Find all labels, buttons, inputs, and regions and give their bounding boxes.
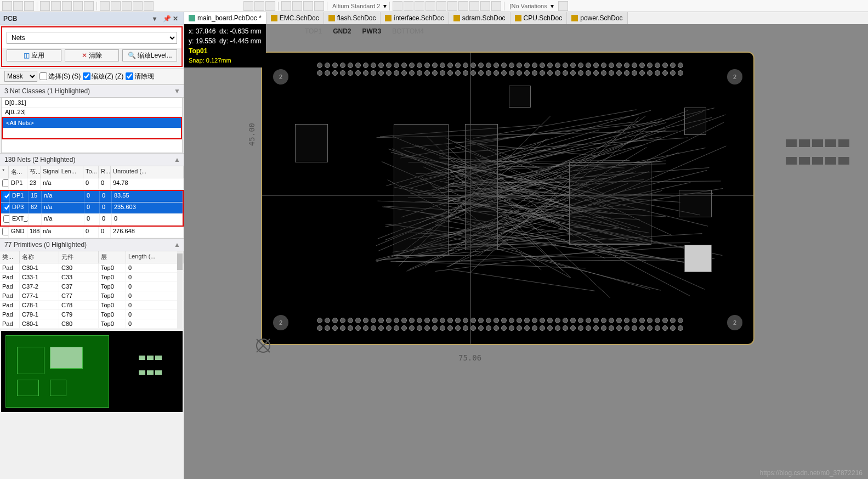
pcb-canvas[interactable]: x: 37.846 dx: -0.635 mm y: 19.558 dy: -4… bbox=[184, 24, 868, 479]
nets-table-header: * 名... 节... Signal Len... To... R... Unr… bbox=[0, 166, 184, 178]
tool-icon[interactable] bbox=[100, 1, 110, 11]
tool-icon[interactable] bbox=[292, 1, 302, 11]
zoom-checkbox[interactable]: 缩放(Z) (Z) bbox=[83, 72, 123, 81]
tool-icon[interactable] bbox=[491, 1, 501, 11]
tool-icon[interactable] bbox=[84, 1, 94, 11]
tool-icon[interactable] bbox=[122, 1, 132, 11]
apply-button[interactable]: ◫ 应用 bbox=[7, 49, 61, 61]
horizontal-dimension: 75.06 bbox=[458, 353, 481, 362]
net-checkbox[interactable] bbox=[2, 228, 9, 235]
tool-icon[interactable] bbox=[254, 1, 264, 11]
tool-icon[interactable] bbox=[281, 1, 291, 11]
tool-icon[interactable] bbox=[40, 1, 50, 11]
separator bbox=[504, 2, 504, 10]
tab-label: interface.SchDoc bbox=[394, 14, 444, 22]
tool-icon[interactable] bbox=[62, 1, 72, 11]
tool-icon[interactable] bbox=[133, 1, 143, 11]
tool-icon[interactable] bbox=[426, 1, 435, 11]
document-tab[interactable]: EMC.SchDoc bbox=[266, 12, 324, 24]
document-tab[interactable]: sdram.SchDoc bbox=[449, 12, 510, 24]
net-row[interactable]: DP115 n/a0 083.55 bbox=[1, 191, 183, 202]
tool-icon[interactable] bbox=[73, 1, 83, 11]
primitive-row[interactable]: PadC30-1C30Top00 bbox=[0, 263, 184, 273]
all-nets-item[interactable]: <All Nets> bbox=[3, 118, 181, 128]
primitive-row[interactable]: PadC77-1C77Top00 bbox=[0, 291, 184, 301]
net-row[interactable]: DP123 n/a0 094.78 bbox=[0, 178, 184, 190]
expand-icon[interactable]: ▲ bbox=[174, 241, 180, 249]
filter-icon[interactable]: ▼ bbox=[174, 87, 180, 95]
board-preview[interactable] bbox=[1, 331, 183, 412]
primitive-row[interactable]: PadC78-1C78Top00 bbox=[0, 301, 184, 310]
tool-icon[interactable] bbox=[480, 1, 490, 11]
scrollbar[interactable] bbox=[177, 251, 183, 329]
document-tabs: main_board.PcbDoc *EMC.SchDocflash.SchDo… bbox=[184, 12, 868, 24]
tool-icon[interactable] bbox=[415, 1, 424, 11]
tool-icon[interactable] bbox=[265, 1, 275, 11]
tab-label: CPU.SchDoc bbox=[524, 14, 563, 22]
mode-dropdown[interactable]: Nets bbox=[7, 32, 177, 44]
svg-line-0 bbox=[451, 270, 594, 291]
tool-icon[interactable] bbox=[404, 1, 413, 11]
primitive-row[interactable]: PadC80-1C80Top00 bbox=[0, 319, 184, 329]
tool-icon[interactable] bbox=[51, 1, 61, 11]
mode-highlight-box: Nets ◫ 应用 ✕ 清除 🔍 缩放Level... bbox=[1, 26, 183, 67]
document-tab[interactable]: main_board.PcbDoc * bbox=[184, 12, 266, 24]
tool-icon[interactable] bbox=[469, 1, 479, 11]
zoom-level-button[interactable]: 🔍 缩放Level... bbox=[122, 49, 177, 61]
svg-line-52 bbox=[413, 255, 714, 259]
variations-combo[interactable]: [No Variations bbox=[509, 3, 547, 9]
net-row[interactable]: EXT_1 n/a0 00 bbox=[1, 214, 183, 226]
document-tab[interactable]: interface.SchDoc bbox=[381, 12, 449, 24]
filter-row: Mask 选择(S) (S) 缩放(Z) (Z) 清除现 bbox=[0, 68, 184, 84]
standard-combo[interactable]: Altium Standard 2 bbox=[332, 3, 380, 9]
tool-icon[interactable] bbox=[2, 1, 12, 11]
primitive-row[interactable]: PadC33-1C33Top00 bbox=[0, 273, 184, 282]
top-toolbar[interactable]: Altium Standard 2 ▾ [No Variations ▾ bbox=[0, 0, 868, 12]
tool-icon[interactable] bbox=[458, 1, 468, 11]
tool-icon[interactable] bbox=[13, 1, 23, 11]
document-tab[interactable]: power.SchDoc bbox=[567, 12, 627, 24]
net-row[interactable]: DP362 n/a0 0235.603 bbox=[1, 202, 183, 214]
tool-icon[interactable] bbox=[24, 1, 34, 11]
net-classes-header: 3 Net Classes (1 Highlighted) ▼ bbox=[0, 84, 184, 98]
document-tab[interactable]: CPU.SchDoc bbox=[510, 12, 568, 24]
filter-mode-select[interactable]: Mask bbox=[4, 71, 37, 82]
tool-icon[interactable] bbox=[314, 1, 324, 11]
document-tab[interactable]: flash.SchDoc bbox=[324, 12, 381, 24]
panel-header: PCB ▾ 📌 ✕ bbox=[0, 12, 184, 25]
net-checkbox[interactable] bbox=[3, 204, 10, 211]
tool-icon[interactable] bbox=[447, 1, 457, 11]
sch-icon bbox=[385, 15, 392, 21]
tool-icon[interactable] bbox=[111, 1, 121, 11]
primitive-row[interactable]: PadC79-1C79Top00 bbox=[0, 310, 184, 319]
tool-icon[interactable] bbox=[303, 1, 313, 11]
panel-title: PCB bbox=[3, 15, 17, 22]
tool-icon[interactable] bbox=[436, 1, 446, 11]
expand-icon[interactable]: ▲ bbox=[174, 156, 180, 164]
sch-icon bbox=[453, 15, 460, 21]
net-row[interactable]: GND188 n/a0 0276.648 bbox=[0, 227, 184, 238]
clear-button[interactable]: ✕ 清除 bbox=[65, 49, 120, 61]
nets-highlight-box: DP115 n/a0 083.55 DP362 n/a0 0235.603 EX… bbox=[0, 190, 184, 227]
tool-icon[interactable] bbox=[243, 1, 253, 11]
primitives-header: 77 Primitives (0 Highlighted) ▲ bbox=[0, 238, 184, 251]
select-checkbox[interactable]: 选择(S) (S) bbox=[39, 72, 81, 81]
net-checkbox[interactable] bbox=[2, 179, 9, 187]
prims-table-header: 类... 名称 元件 层 Length (... bbox=[0, 251, 184, 263]
dropdown-icon[interactable]: ▾ bbox=[153, 15, 161, 22]
net-checkbox[interactable] bbox=[3, 215, 10, 223]
sch-icon bbox=[515, 15, 521, 21]
net-class-item[interactable]: A[0..23] bbox=[2, 108, 182, 117]
pin-icon[interactable]: 📌 bbox=[163, 15, 171, 22]
close-icon[interactable]: ✕ bbox=[173, 15, 180, 22]
allnets-highlight-box: <All Nets> bbox=[2, 117, 182, 139]
primitive-row[interactable]: PadC37-2C37Top00 bbox=[0, 282, 184, 291]
separator bbox=[278, 2, 279, 10]
tool-icon[interactable] bbox=[393, 1, 402, 11]
net-class-item[interactable]: D[0..31] bbox=[2, 98, 182, 108]
board-outline: 2 2 2 2 bbox=[261, 52, 754, 345]
tool-icon[interactable] bbox=[144, 1, 154, 11]
tool-icon[interactable] bbox=[558, 1, 568, 11]
clear-checkbox[interactable]: 清除现 bbox=[126, 72, 154, 81]
net-checkbox[interactable] bbox=[3, 192, 10, 200]
